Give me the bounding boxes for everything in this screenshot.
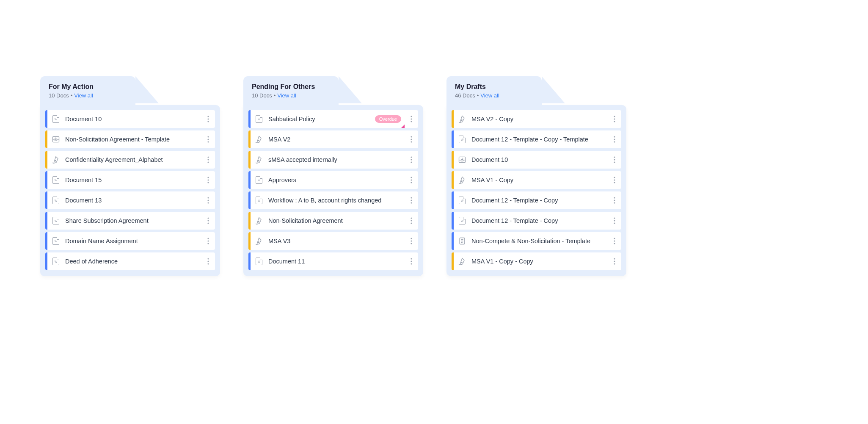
kebab-menu-icon[interactable] — [608, 191, 621, 209]
kebab-menu-icon[interactable] — [608, 252, 621, 270]
svg-point-5 — [207, 139, 209, 140]
kebab-menu-icon[interactable] — [608, 110, 621, 128]
document-row[interactable]: wDeed of Adherence — [45, 252, 215, 270]
svg-point-17 — [207, 217, 209, 219]
document-row[interactable]: wDocument 13 — [45, 191, 215, 209]
svg-point-24 — [207, 260, 209, 262]
document-row[interactable]: sMSA accepted internally — [248, 151, 418, 169]
document-row[interactable]: wApprovers — [248, 171, 418, 189]
document-row[interactable]: MSA V2 - Copy — [452, 110, 621, 128]
svg-point-73 — [614, 220, 615, 221]
svg-point-13 — [207, 182, 209, 183]
document-row[interactable]: wDocument 12 - Template - Copy — [452, 191, 621, 209]
document-row[interactable]: wDomain Name Assignment — [45, 232, 215, 250]
status-stripe — [45, 191, 47, 209]
document-row[interactable]: wDocument 12 - Template - Copy — [452, 212, 621, 230]
document-row[interactable]: wDocument 12 - Template - Copy - Templat… — [452, 130, 621, 148]
document-title: MSA V2 — [268, 136, 405, 143]
kebab-menu-icon[interactable] — [201, 151, 215, 169]
kebab-menu-icon[interactable] — [405, 212, 418, 230]
folder-body: MSA V2 - CopywDocument 12 - Template - C… — [446, 105, 626, 276]
word-icon: w — [458, 135, 466, 144]
svg-point-22 — [207, 243, 209, 244]
document-row[interactable]: wDocument 15 — [45, 171, 215, 189]
svg-point-49 — [411, 240, 412, 241]
kebab-menu-icon[interactable] — [608, 130, 621, 148]
document-row[interactable]: Non-Solicitation Agreement — [248, 212, 418, 230]
document-row[interactable]: wShare Subscription Agreement — [45, 212, 215, 230]
svg-point-30 — [411, 136, 412, 137]
view-all-link[interactable]: View all — [74, 92, 93, 99]
folder-title: My Drafts — [455, 83, 533, 91]
kebab-menu-icon[interactable] — [405, 191, 418, 209]
kebab-menu-icon[interactable] — [201, 191, 215, 209]
kebab-menu-icon[interactable] — [405, 232, 418, 250]
document-row[interactable]: MSA V1 - Copy — [452, 171, 621, 189]
status-stripe — [248, 252, 251, 270]
view-all-link[interactable]: View all — [480, 92, 499, 99]
doc-icon — [458, 237, 466, 245]
kebab-menu-icon[interactable] — [608, 212, 621, 230]
folder-title: Pending For Others — [252, 83, 330, 91]
separator-dot: • — [71, 92, 73, 99]
kebab-menu-icon[interactable] — [405, 151, 418, 169]
document-row[interactable]: wDocument 11 — [248, 252, 418, 270]
svg-point-41 — [411, 200, 412, 201]
folder-column: For My Action10 Docs•View allwDocument 1… — [40, 76, 220, 276]
svg-point-69 — [614, 197, 615, 198]
kebab-menu-icon[interactable] — [201, 130, 215, 148]
folder-tab: For My Action10 Docs•View all — [40, 76, 135, 105]
document-row[interactable]: MSA V1 - Copy - Copy — [452, 252, 621, 270]
document-title: MSA V3 — [268, 238, 405, 244]
kebab-menu-icon[interactable] — [608, 171, 621, 189]
svg-point-20 — [207, 238, 209, 239]
kebab-menu-icon[interactable] — [608, 151, 621, 169]
svg-point-19 — [207, 222, 209, 224]
svg-point-14 — [207, 197, 209, 198]
pen-icon — [255, 155, 263, 164]
svg-point-82 — [461, 262, 462, 263]
svg-point-39 — [411, 182, 412, 183]
svg-point-25 — [207, 263, 209, 264]
svg-point-27 — [411, 118, 412, 119]
svg-point-53 — [411, 263, 412, 264]
document-row[interactable]: Non-Solicitation Agreement - Template — [45, 130, 215, 148]
svg-point-23 — [207, 258, 209, 259]
document-row[interactable]: MSA V2 — [248, 130, 418, 148]
svg-point-70 — [614, 200, 615, 201]
kebab-menu-icon[interactable] — [201, 110, 215, 128]
status-stripe — [45, 232, 47, 250]
kebab-menu-icon[interactable] — [405, 130, 418, 148]
document-row[interactable]: wDocument 10 — [45, 110, 215, 128]
document-row[interactable]: Confidentiality Agreement_Alphabet — [45, 151, 215, 169]
document-title: Document 10 — [65, 116, 201, 122]
svg-point-71 — [614, 202, 615, 203]
svg-point-21 — [207, 240, 209, 241]
folder-meta: 10 Docs•View all — [49, 92, 127, 99]
status-stripe — [452, 171, 454, 189]
kebab-menu-icon[interactable] — [405, 252, 418, 270]
view-all-link[interactable]: View all — [277, 92, 296, 99]
kebab-menu-icon[interactable] — [405, 110, 418, 128]
document-row[interactable]: wWorkflow : A to B, account rights chang… — [248, 191, 418, 209]
document-row[interactable]: Document 10 — [452, 151, 621, 169]
svg-point-15 — [207, 200, 209, 201]
kebab-menu-icon[interactable] — [608, 232, 621, 250]
svg-point-28 — [411, 121, 412, 122]
document-row[interactable]: wSabbatical PolicyOverdue — [248, 110, 418, 128]
word-icon: w — [52, 176, 60, 184]
kebab-menu-icon[interactable] — [201, 171, 215, 189]
kebab-menu-icon[interactable] — [201, 232, 215, 250]
svg-point-74 — [614, 222, 615, 224]
kebab-menu-icon[interactable] — [201, 252, 215, 270]
document-title: Non-Solicitation Agreement - Template — [65, 136, 201, 143]
document-row[interactable]: Non-Compete & Non-Solicitation - Templat… — [452, 232, 621, 250]
svg-point-44 — [411, 217, 412, 219]
document-row[interactable]: MSA V3 — [248, 232, 418, 250]
word-icon: w — [52, 216, 60, 225]
kebab-menu-icon[interactable] — [201, 212, 215, 230]
svg-point-46 — [411, 222, 412, 224]
svg-point-40 — [411, 197, 412, 198]
kebab-menu-icon[interactable] — [405, 171, 418, 189]
tray-icon — [458, 155, 466, 164]
